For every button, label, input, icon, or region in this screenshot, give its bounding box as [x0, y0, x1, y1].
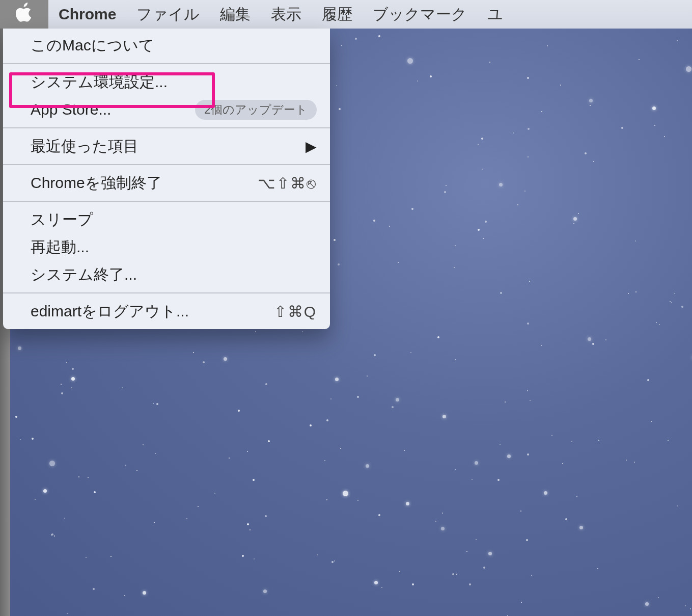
apple-menu-button[interactable]: [0, 0, 48, 29]
menu-item-label: 再起動...: [31, 237, 89, 258]
menu-item-about-this-mac[interactable]: このMacについて: [3, 32, 330, 59]
menubar-item-history[interactable]: 履歴: [312, 0, 363, 29]
menubar-label: 編集: [220, 4, 251, 25]
menu-item-label: システム終了...: [31, 264, 137, 285]
menubar: Chrome ファイル 編集 表示 履歴 ブックマーク ユ: [0, 0, 692, 29]
menu-item-label: Chromeを強制終了: [31, 173, 162, 194]
submenu-arrow-icon: ▶: [306, 138, 317, 155]
menubar-label: ブックマーク: [373, 4, 467, 25]
menu-separator: [3, 292, 330, 293]
menu-item-label: このMacについて: [31, 35, 154, 56]
menu-separator: [3, 63, 330, 64]
menu-item-restart[interactable]: 再起動...: [3, 233, 330, 261]
menu-separator: [3, 164, 330, 165]
menubar-label: ユ: [487, 4, 503, 25]
menubar-label: 表示: [271, 4, 301, 25]
keyboard-shortcut: ⌥⇧⌘⎋: [258, 174, 317, 192]
menubar-item-view[interactable]: 表示: [261, 0, 312, 29]
menu-item-label: App Store...: [31, 101, 111, 118]
menubar-item-edit[interactable]: 編集: [210, 0, 261, 29]
menubar-item-bookmarks[interactable]: ブックマーク: [363, 0, 477, 29]
menu-item-app-store[interactable]: App Store... 2個のアップデート: [3, 96, 330, 123]
menubar-item-truncated[interactable]: ユ: [477, 0, 513, 29]
menubar-label: ファイル: [136, 4, 200, 25]
menu-item-log-out[interactable]: edimartをログアウト... ⇧⌘Q: [3, 298, 330, 325]
apple-menu-dropdown: このMacについて システム環境設定... App Store... 2個のアッ…: [3, 29, 330, 329]
menubar-item-chrome[interactable]: Chrome: [48, 0, 126, 29]
menubar-label: 履歴: [322, 4, 352, 25]
update-count-badge: 2個のアップデート: [195, 100, 317, 120]
menu-item-system-preferences[interactable]: システム環境設定...: [3, 68, 330, 96]
menu-item-label: スリープ: [31, 209, 93, 230]
menu-item-sleep[interactable]: スリープ: [3, 206, 330, 233]
menubar-item-file[interactable]: ファイル: [126, 0, 210, 29]
menu-item-label: 最近使った項目: [31, 136, 139, 157]
menu-separator: [3, 201, 330, 202]
menu-separator: [3, 127, 330, 128]
menu-item-recent-items[interactable]: 最近使った項目 ▶: [3, 132, 330, 160]
keyboard-shortcut: ⇧⌘Q: [274, 303, 317, 320]
menu-item-label: システム環境設定...: [31, 72, 168, 93]
apple-logo-icon: [16, 3, 33, 26]
menu-item-shut-down[interactable]: システム終了...: [3, 261, 330, 288]
menu-item-force-quit[interactable]: Chromeを強制終了 ⌥⇧⌘⎋: [3, 169, 330, 197]
menu-item-label: edimartをログアウト...: [31, 301, 189, 322]
menubar-label: Chrome: [59, 6, 116, 23]
